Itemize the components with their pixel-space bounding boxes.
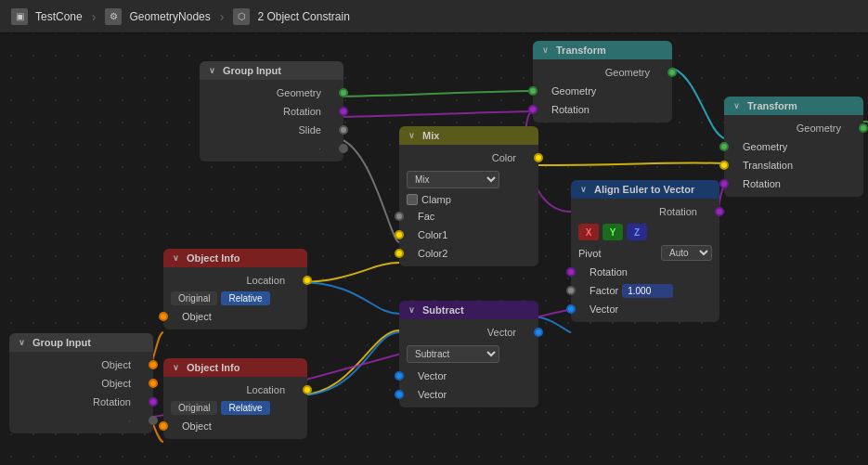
group-input-bottom-body: Object Object Rotation · — [9, 352, 153, 433]
align-euler-axis-row[interactable]: X Y Z — [571, 221, 719, 243]
rotation-socket[interactable] — [149, 397, 158, 407]
breadcrumb-geometrynodes[interactable]: GeometryNodes — [129, 10, 210, 23]
object-in-socket-2[interactable] — [159, 421, 168, 431]
geom-in-socket[interactable] — [719, 142, 729, 151]
obj-info-1-btn-row: Original Relative — [163, 290, 307, 307]
chevron-icon: ∨ — [408, 305, 415, 315]
location-out-label: Location — [171, 275, 300, 286]
subtract-vector1-in: Vector — [399, 367, 538, 385]
factor-in-socket[interactable] — [566, 286, 576, 295]
rotation-in-socket[interactable] — [528, 105, 538, 114]
mix-color1-in: Color1 — [399, 226, 538, 244]
transform-right-geometry-out: Geometry — [724, 119, 863, 137]
sep1: › — [92, 9, 97, 24]
location-out-socket-2[interactable] — [303, 385, 312, 394]
node-mix-header[interactable]: ∨ Mix — [399, 126, 538, 145]
subtract-mode-select[interactable]: Subtract — [407, 345, 499, 363]
location-out-label-2: Location — [171, 384, 300, 395]
pivot-select[interactable]: Auto — [661, 245, 712, 261]
obj-info-1-object-in: Object — [163, 307, 307, 326]
trans-in-socket[interactable] — [719, 161, 729, 170]
chevron-icon: ∨ — [542, 45, 549, 55]
geometry-in-socket[interactable] — [528, 86, 538, 96]
node-object-info-1-title: Object Info — [187, 252, 240, 264]
vector2-in-socket[interactable] — [395, 390, 404, 399]
slide-socket[interactable] — [339, 125, 348, 135]
group-input-top-header[interactable]: ∨ Group Input — [200, 61, 343, 80]
geometry-socket[interactable] — [339, 88, 348, 97]
vector1-in-socket[interactable] — [395, 371, 404, 381]
extra-socket[interactable] — [339, 144, 348, 153]
clamp-checkbox[interactable] — [407, 194, 418, 205]
align-euler-pivot-row: Pivot Auto — [571, 243, 719, 263]
object1-socket[interactable] — [149, 360, 158, 369]
group-input-bottom-header[interactable]: ∨ Group Input — [9, 333, 153, 352]
node-align-euler-header[interactable]: ∨ Align Euler to Vector — [571, 180, 719, 199]
rotation-out-socket[interactable] — [715, 207, 724, 216]
node-object-info-1-header[interactable]: ∨ Object Info — [163, 249, 307, 267]
align-euler-factor-in: Factor — [571, 281, 719, 300]
rotation-socket[interactable] — [339, 107, 348, 116]
rotation-label: Rotation — [207, 106, 336, 117]
align-euler-vector-in: Vector — [571, 300, 719, 318]
relative-btn-1[interactable]: Relative — [221, 291, 269, 305]
node-mix: ∨ Mix Color Mix Clamp Fac — [399, 126, 538, 266]
color2-socket[interactable] — [395, 249, 404, 258]
geometry-out-socket[interactable] — [667, 68, 677, 77]
transform-top-geometry-in: Geometry — [533, 82, 672, 100]
node-transform-right-header[interactable]: ∨ Transform — [724, 97, 863, 115]
node-align-euler-title: Align Euler to Vector — [594, 184, 694, 195]
original-btn-2[interactable]: Original — [171, 401, 217, 415]
object-in-label: Object — [171, 311, 212, 322]
node-align-euler-body: Rotation X Y Z Pivot Auto Rotation — [571, 199, 719, 322]
color1-socket[interactable] — [395, 230, 404, 239]
chevron-icon: ∨ — [173, 253, 179, 263]
modifier-icon: ⚙ — [105, 8, 122, 25]
relative-btn-2[interactable]: Relative — [221, 401, 269, 415]
rotation-in-socket[interactable] — [566, 267, 576, 277]
extra-socket-bottom[interactable] — [149, 416, 158, 425]
breadcrumb-testcone[interactable]: TestCone — [35, 10, 83, 23]
vector1-in-label: Vector — [407, 370, 447, 381]
slide-label: Slide — [207, 124, 336, 136]
node-transform-top-header[interactable]: ∨ Transform — [533, 41, 672, 59]
node-object-info-2-header[interactable]: ∨ Object Info — [163, 358, 307, 377]
group-input-top-title: Group Input — [223, 65, 281, 76]
node-group-input-top: ∨ Group Input Geometry Rotation Slide · — [200, 61, 343, 161]
node-transform-top: ∨ Transform Geometry Geometry Rotation — [533, 41, 672, 123]
group-input-bottom-object2: Object — [9, 374, 153, 393]
align-euler-rotation-out: Rotation — [571, 202, 719, 221]
chevron-icon: ∨ — [209, 66, 215, 75]
factor-in-label: Factor — [578, 285, 618, 296]
vector2-in-label: Vector — [407, 389, 447, 400]
obj-info-1-location-out: Location — [163, 271, 307, 290]
subtract-vector-out: Vector — [399, 323, 538, 342]
axis-y-btn[interactable]: Y — [602, 224, 623, 240]
object2-socket[interactable] — [149, 379, 158, 388]
fac-socket[interactable] — [395, 212, 404, 221]
vector-out-socket[interactable] — [534, 328, 543, 337]
factor-input[interactable] — [622, 284, 673, 298]
object-in-socket[interactable] — [159, 312, 168, 321]
obj-info-2-btn-row: Original Relative — [163, 399, 307, 417]
location-out-socket[interactable] — [303, 276, 312, 285]
color-out-socket[interactable] — [534, 153, 543, 162]
node-subtract-header[interactable]: ∨ Subtract — [399, 301, 538, 319]
breadcrumb-constrain[interactable]: 2 Object Constrain — [257, 10, 349, 23]
color-out-label: Color — [407, 152, 531, 163]
geometry-out-label: Geometry — [732, 123, 856, 134]
fac-label: Fac — [407, 211, 434, 222]
rotation-label: Rotation — [17, 396, 146, 407]
node-canvas: ∨ Transform Geometry Geometry Rotation ∨… — [0, 33, 868, 465]
geometry-out-socket[interactable] — [859, 123, 868, 133]
chevron-icon: ∨ — [19, 338, 25, 347]
node-object-info-2-title: Object Info — [187, 362, 240, 373]
axis-z-btn[interactable]: Z — [627, 224, 647, 240]
mix-mode-select[interactable]: Mix — [407, 171, 499, 188]
group-input-top-rotation: Rotation — [200, 102, 343, 121]
axis-x-btn[interactable]: X — [578, 224, 599, 240]
original-btn-1[interactable]: Original — [171, 291, 217, 305]
rot-in-socket[interactable] — [719, 179, 729, 188]
vector-in-socket[interactable] — [566, 304, 576, 314]
object2-label: Object — [17, 378, 146, 389]
